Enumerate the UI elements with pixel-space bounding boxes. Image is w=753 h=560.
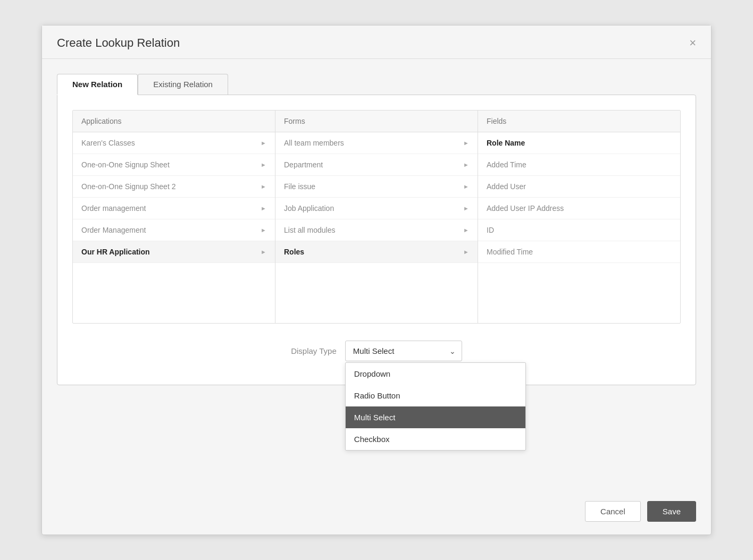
chevron-right-icon: ► (463, 249, 469, 255)
modal-body: New Relation Existing Relation Applicati… (42, 59, 711, 493)
chevron-right-icon: ► (261, 162, 266, 168)
list-item-selected[interactable]: Our HR Application ► (73, 241, 275, 263)
display-type-dropdown: Dropdown Radio Button Multi Select Check… (345, 362, 526, 451)
list-item[interactable]: Added Time (478, 154, 680, 176)
tab-existing-relation[interactable]: Existing Relation (138, 74, 228, 95)
forms-column: Forms All team members ► Department ► Fi… (275, 111, 478, 323)
chevron-right-icon: ► (463, 140, 469, 146)
chevron-right-icon: ► (261, 249, 266, 255)
fields-header: Fields (478, 111, 680, 132)
chevron-right-icon: ► (463, 205, 469, 211)
list-item[interactable]: Added User (478, 176, 680, 198)
applications-column: Applications Karen's Classes ► One-on-On… (73, 111, 275, 323)
modal: Create Lookup Relation × New Relation Ex… (41, 25, 712, 535)
chevron-right-icon: ► (261, 205, 266, 211)
display-type-label: Display Type (291, 346, 337, 355)
list-item-selected[interactable]: Roles ► (275, 241, 478, 263)
chevron-right-icon: ► (463, 183, 469, 190)
dropdown-option-radio[interactable]: Radio Button (346, 385, 525, 406)
forms-header: Forms (275, 111, 478, 132)
chevron-right-icon: ► (261, 227, 266, 233)
list-item[interactable]: Modified Time (478, 241, 680, 263)
display-type-select[interactable]: Multi Select (345, 341, 462, 361)
dropdown-option-dropdown[interactable]: Dropdown (346, 363, 525, 385)
list-item[interactable]: All team members ► (275, 132, 478, 154)
list-item[interactable]: Karen's Classes ► (73, 132, 275, 154)
dropdown-option-multiselect[interactable]: Multi Select (346, 406, 525, 428)
list-item-selected[interactable]: Role Name (478, 132, 680, 154)
list-item[interactable]: List all modules ► (275, 219, 478, 241)
chevron-right-icon: ► (261, 183, 266, 190)
display-type-select-wrapper: Multi Select ⌄ Dropdown Radio Button Mul… (345, 341, 462, 361)
list-item[interactable]: One-on-One Signup Sheet ► (73, 154, 275, 176)
tab-content: Applications Karen's Classes ► One-on-On… (57, 95, 696, 385)
list-item[interactable]: Order Management ► (73, 219, 275, 241)
modal-title: Create Lookup Relation (57, 36, 180, 50)
chevron-right-icon: ► (261, 140, 266, 146)
applications-header: Applications (73, 111, 275, 132)
modal-header: Create Lookup Relation × (42, 26, 711, 59)
columns-container: Applications Karen's Classes ► One-on-On… (72, 110, 681, 324)
save-button[interactable]: Save (647, 501, 696, 522)
tab-bar: New Relation Existing Relation (57, 74, 696, 95)
close-button[interactable]: × (689, 37, 696, 49)
chevron-right-icon: ► (463, 227, 469, 233)
chevron-right-icon: ► (463, 162, 469, 168)
list-item[interactable]: Job Application ► (275, 198, 478, 219)
modal-footer: Cancel Save (42, 493, 711, 534)
list-item[interactable]: ID (478, 219, 680, 241)
list-item[interactable]: One-on-One Signup Sheet 2 ► (73, 176, 275, 198)
dropdown-option-checkbox[interactable]: Checkbox (346, 428, 525, 450)
list-item[interactable]: Added User IP Address (478, 198, 680, 219)
cancel-button[interactable]: Cancel (585, 501, 641, 522)
list-item[interactable]: File issue ► (275, 176, 478, 198)
list-item[interactable]: Department ► (275, 154, 478, 176)
list-item[interactable]: Order management ► (73, 198, 275, 219)
display-type-row: Display Type Multi Select ⌄ Dropdown Rad… (72, 324, 681, 370)
fields-column: Fields Role Name Added Time Added User A… (478, 111, 680, 323)
tab-new-relation[interactable]: New Relation (57, 74, 138, 95)
